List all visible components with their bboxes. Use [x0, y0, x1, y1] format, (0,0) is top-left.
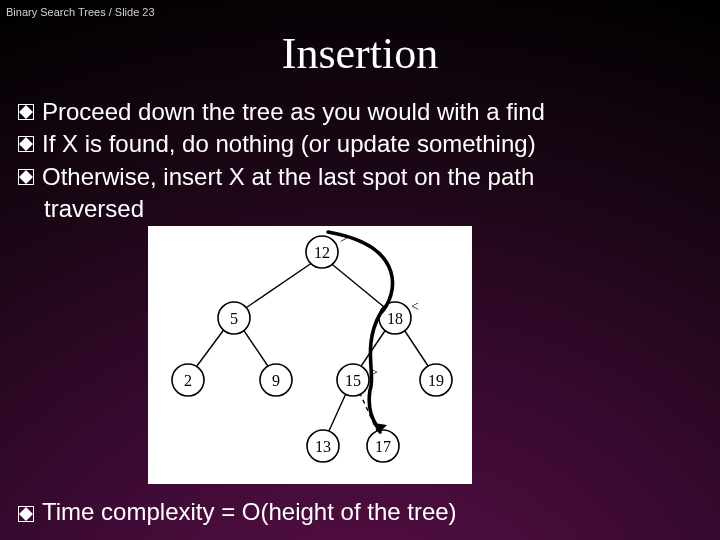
tree-node-2: 2 — [184, 372, 192, 389]
bullet-text-continuation: traversed — [44, 193, 702, 225]
tree-node-18: 18 — [387, 310, 403, 327]
bullet-text: Time complexity = O(height of the tree) — [42, 498, 457, 526]
list-item: Otherwise, insert X at the last spot on … — [18, 161, 702, 193]
list-item: Time complexity = O(height of the tree) — [18, 498, 457, 526]
bullet-list: Proceed down the tree as you would with … — [18, 96, 702, 226]
star-bullet-icon — [18, 506, 34, 522]
tree-node-9: 9 — [272, 372, 280, 389]
insertion-path-arrow — [328, 232, 393, 432]
tree-node-17: 17 — [375, 438, 391, 455]
page-title: Insertion — [0, 28, 720, 79]
tree-node-13: 13 — [315, 438, 331, 455]
list-item: If X is found, do nothing (or update som… — [18, 128, 702, 160]
breadcrumb: Binary Search Trees / Slide 23 — [6, 6, 155, 18]
star-bullet-icon — [18, 104, 34, 120]
bullet-text: Otherwise, insert X at the last spot on … — [42, 161, 534, 193]
tree-node-12: 12 — [314, 244, 330, 261]
tree-node-19: 19 — [428, 372, 444, 389]
breadcrumb-text: Binary Search Trees / Slide 23 — [6, 6, 155, 18]
svg-line-3 — [234, 256, 322, 316]
star-bullet-icon — [18, 169, 34, 185]
bst-tree-svg: 12 5 18 2 9 15 19 13 17 > < > — [148, 226, 472, 484]
star-bullet-icon — [18, 136, 34, 152]
bullet-text: Proceed down the tree as you would with … — [42, 96, 545, 128]
list-item: Proceed down the tree as you would with … — [18, 96, 702, 128]
tree-node-5: 5 — [230, 310, 238, 327]
tree-diagram: 12 5 18 2 9 15 19 13 17 > < > — [148, 226, 472, 484]
bullet-text: If X is found, do nothing (or update som… — [42, 128, 536, 160]
cmp-label-lt-18: < — [411, 299, 419, 314]
tree-node-15: 15 — [345, 372, 361, 389]
